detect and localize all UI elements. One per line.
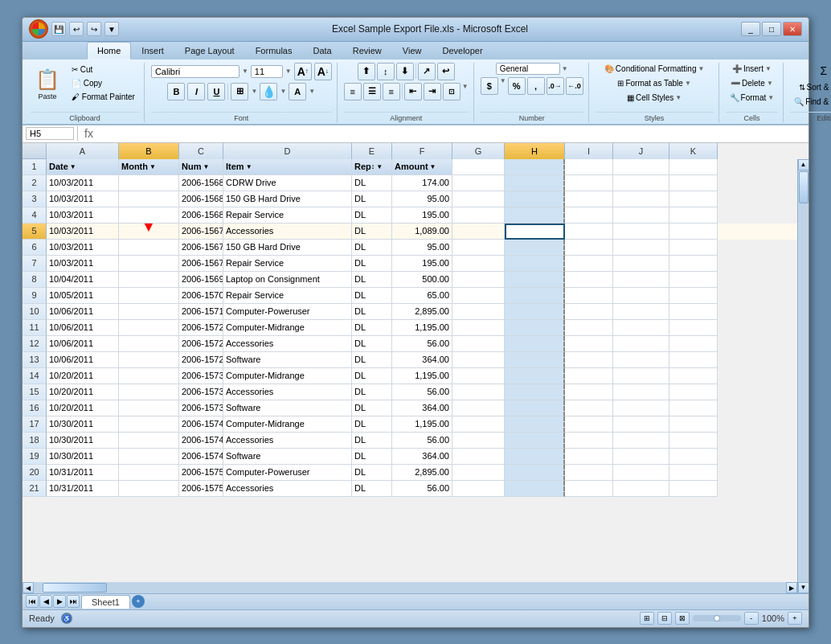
cell-h19[interactable] (505, 449, 565, 465)
cell-j19[interactable] (613, 449, 669, 465)
scroll-up-button[interactable]: ▲ (798, 159, 809, 170)
cell-e7[interactable]: DL (352, 256, 392, 272)
cell-g6[interactable] (452, 240, 505, 256)
cell-a18[interactable]: 10/30/2011 (47, 433, 119, 449)
format-as-table-button[interactable]: ⊞ Format as Table ▼ (613, 77, 694, 89)
cell-e13[interactable]: DL (352, 352, 392, 368)
cell-a2[interactable]: 10/03/2011 (47, 175, 119, 191)
cell-k3[interactable] (669, 191, 718, 207)
cell-i15[interactable] (565, 384, 613, 400)
underline-button[interactable]: U (207, 83, 225, 100)
cell-b18[interactable] (119, 433, 179, 449)
wrap-text-button[interactable]: ↩ (437, 63, 455, 80)
quick-access-save[interactable]: 💾 (51, 22, 66, 36)
cell-d7[interactable]: Repair Service (223, 256, 352, 272)
cell-j16[interactable] (613, 400, 669, 416)
col-header-i[interactable]: I (565, 143, 613, 159)
cell-d17[interactable]: Computer-Midrange (223, 416, 352, 433)
cell-g11[interactable] (452, 320, 505, 336)
cell-g5[interactable] (452, 224, 505, 240)
cell-g3[interactable] (452, 191, 505, 207)
italic-button[interactable]: I (187, 83, 205, 100)
cell-i4[interactable] (565, 207, 613, 224)
cell-h9[interactable] (505, 288, 565, 304)
cell-h17[interactable] (505, 416, 565, 433)
merge-center-button[interactable]: ⊡ (443, 83, 461, 100)
borders-button[interactable]: ⊞ (231, 83, 248, 100)
cell-c11[interactable]: 2006-1572 (179, 320, 223, 336)
col-header-b[interactable]: B (119, 143, 179, 159)
cell-g1[interactable] (452, 159, 505, 175)
cell-b5[interactable]: ▼ (119, 224, 179, 240)
col-header-f[interactable]: F (392, 143, 452, 159)
cell-c6[interactable]: 2006-1567 (179, 240, 223, 256)
sheet-nav-next[interactable]: ▶ (53, 595, 66, 608)
cell-f9[interactable]: 65.00 (392, 288, 452, 304)
font-size-dropdown[interactable]: ▼ (285, 68, 292, 75)
borders-dropdown[interactable]: ▼ (251, 88, 257, 95)
cell-j7[interactable] (613, 256, 669, 272)
zoom-thumb[interactable] (714, 615, 720, 621)
cell-f3[interactable]: 95.00 (392, 191, 452, 207)
cell-b2[interactable] (119, 175, 179, 191)
row-number-9[interactable]: 9 (23, 288, 47, 304)
cell-b19[interactable] (119, 449, 179, 465)
cell-k5[interactable] (669, 224, 718, 240)
cell-f20[interactable]: 2,895.00 (392, 465, 452, 481)
cell-h5[interactable] (505, 224, 565, 240)
cell-a3[interactable]: 10/03/2011 (47, 191, 119, 207)
row-number-18[interactable]: 18 (23, 433, 47, 449)
cell-h11[interactable] (505, 320, 565, 336)
align-bottom-button[interactable]: ⬇ (396, 63, 414, 80)
cell-k11[interactable] (669, 320, 718, 336)
cell-a11[interactable]: 10/06/2011 (47, 320, 119, 336)
bold-button[interactable]: B (167, 83, 185, 100)
row-number-16[interactable]: 16 (23, 400, 47, 416)
cell-a21[interactable]: 10/31/2011 (47, 481, 119, 497)
zoom-in-button[interactable]: + (788, 612, 802, 625)
new-sheet-button[interactable]: + (132, 595, 145, 608)
row-number-15[interactable]: 15 (23, 384, 47, 400)
cell-g13[interactable] (452, 352, 505, 368)
cell-e8[interactable]: DL (352, 272, 392, 288)
cell-j20[interactable] (613, 465, 669, 481)
sheet-nav-first[interactable]: ⏮ (26, 595, 39, 608)
cell-a15[interactable]: 10/20/2011 (47, 384, 119, 400)
cell-b6[interactable] (119, 240, 179, 256)
cell-g2[interactable] (452, 175, 505, 191)
cell-d14[interactable]: Computer-Midrange (223, 368, 352, 384)
cell-k12[interactable] (669, 336, 718, 352)
cell-g18[interactable] (452, 433, 505, 449)
cell-h13[interactable] (505, 352, 565, 368)
cell-i19[interactable] (565, 449, 613, 465)
function-button[interactable]: fx (81, 127, 96, 140)
vertical-scrollbar[interactable]: ▲ ▼ (797, 159, 808, 593)
cell-j14[interactable] (613, 368, 669, 384)
cell-e12[interactable]: DL (352, 336, 392, 352)
cell-d13[interactable]: Software (223, 352, 352, 368)
cell-e4[interactable]: DL (352, 207, 392, 224)
copy-button[interactable]: 📄 Copy (68, 77, 139, 89)
cell-i3[interactable] (565, 191, 613, 207)
cell-d10[interactable]: Computer-Poweruser (223, 304, 352, 320)
comma-button[interactable]: , (527, 77, 545, 95)
row-number-7[interactable]: 7 (23, 256, 47, 272)
tab-home[interactable]: Home (87, 42, 131, 59)
row-number-5[interactable]: 5 (23, 224, 47, 240)
row-number-6[interactable]: 6 (23, 240, 47, 256)
cell-b9[interactable] (119, 288, 179, 304)
cell-g20[interactable] (452, 465, 505, 481)
row-number-13[interactable]: 13 (23, 352, 47, 368)
cell-c15[interactable]: 2006-1573 (179, 384, 223, 400)
cell-b20[interactable] (119, 465, 179, 481)
tab-data[interactable]: Data (302, 42, 342, 59)
row-number-12[interactable]: 12 (23, 336, 47, 352)
minimize-button[interactable]: _ (741, 22, 760, 36)
cell-g7[interactable] (452, 256, 505, 272)
cell-e1[interactable]: Rep ↕▼ (352, 159, 392, 175)
cell-a9[interactable]: 10/05/2011 (47, 288, 119, 304)
cell-j2[interactable] (613, 175, 669, 191)
cell-e20[interactable]: DL (352, 465, 392, 481)
select-all-button[interactable] (23, 143, 47, 159)
cell-b7[interactable] (119, 256, 179, 272)
